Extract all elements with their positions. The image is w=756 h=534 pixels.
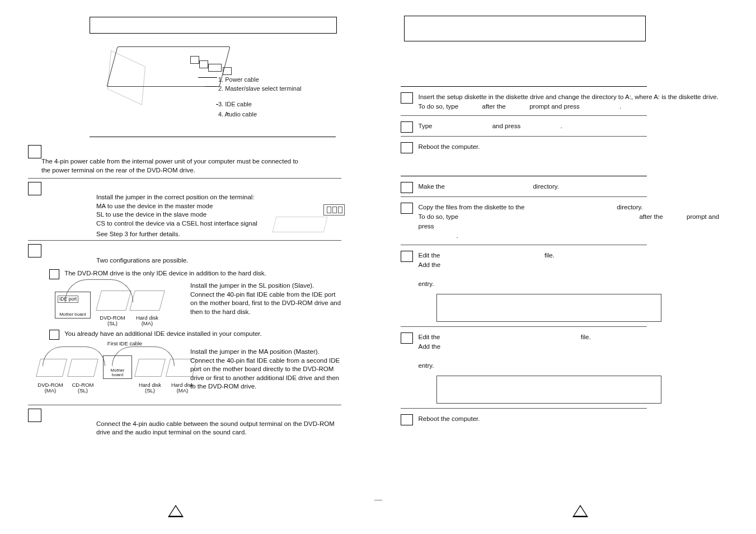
conf2-b: Connect the 40-pin flat IDE cable from a… [190,357,346,391]
audio-note: Connect the 4-pin audio cable between th… [96,420,342,437]
s2-4a: Edit the [419,334,440,340]
jumper-line: MA to use the device in the master mode [96,202,287,211]
step-badge [28,244,41,257]
legend-ide: 3. IDE cable [218,101,252,107]
step-badge [401,203,413,214]
conf1-a: Install the jumper in the SL position (S… [190,282,341,291]
section-manual: Make the directory. Copy the files from … [401,176,734,425]
s2-2c: To do so, type [419,213,459,220]
step-badge [401,251,413,262]
s1-2b: and press [492,123,521,129]
s1-1b-a: To do so, type [419,103,459,110]
legend-power: 1. Power cable [218,76,259,83]
s2-2d: after the [639,213,663,220]
conf1-b: Connect the 40-pin flat IDE cable from t… [190,291,341,317]
s1-1b-b: after the [482,103,506,110]
s1-3: Reboot the computer. [419,143,480,150]
s2-1b: directory. [533,183,558,190]
s2-2f: . [457,232,458,239]
s2-4d: entry. [419,362,434,369]
s2-1a: Make the [419,183,445,190]
bullet-box [49,269,59,279]
jumper-line: SL to use the device in the slave mode [96,210,287,219]
left-page: 1. Power cable 2. Master/slave select te… [0,0,378,534]
s2-3d: entry. [419,280,434,287]
jumper-line: See Step 3 for further details. [96,230,287,239]
s2-4b: file. [581,334,591,340]
s1-1a: Insert the setup diskette in the diskett… [419,93,719,100]
section-auto: Insert the setup diskette in the diskett… [401,86,734,153]
step-badge [401,121,413,133]
conf1-head: The DVD-ROM drive is the only IDE device… [64,270,266,277]
drive-rear-illustration: 1. Power cable 2. Master/slave select te… [22,38,356,133]
step-badge [401,92,413,104]
s2-5: Reboot the computer. [419,415,480,422]
right-title-frame [404,16,646,41]
s2-4c: Add the [419,343,441,350]
s2-3b: file. [544,252,555,259]
step-badge [401,142,413,153]
power-note: The 4-pin power cable from the internal … [41,157,299,175]
s2-2b: directory. [617,204,642,210]
jumper-sketch [274,201,347,235]
legend-jumper: 2. Master/slave select terminal [218,85,302,92]
s1-1b-c: prompt and press [529,103,580,110]
s1-2c: . [560,123,562,129]
s1-1b-d: . [619,103,621,110]
two-conf: Two configurations are possible. [96,256,356,265]
right-page: Insert the setup diskette in the diskett… [378,0,757,534]
step-badge [401,182,413,193]
jumper-line: CS to control the device via a CSEL host… [96,219,287,228]
s2-3a: Edit the [419,252,440,259]
step-badge [28,145,41,158]
step-badge [401,332,413,344]
fold-mark-icon [374,500,382,500]
s2-3c: Add the [419,261,441,268]
autoexec-box [436,376,661,404]
s2-2a: Copy the files from the diskette to the [419,204,525,210]
conf2-a: Install the jumper in the MA position (M… [190,348,346,357]
step-badge [28,409,41,422]
config-sys-box [436,294,661,322]
left-title-frame [90,17,337,34]
jumper-line: Install the jumper in the correct positi… [96,193,287,202]
s1-2a: Type [419,123,433,129]
legend-audio: 4. Audio cable [218,111,257,118]
step-badge [401,414,413,425]
step-badge [28,182,41,195]
